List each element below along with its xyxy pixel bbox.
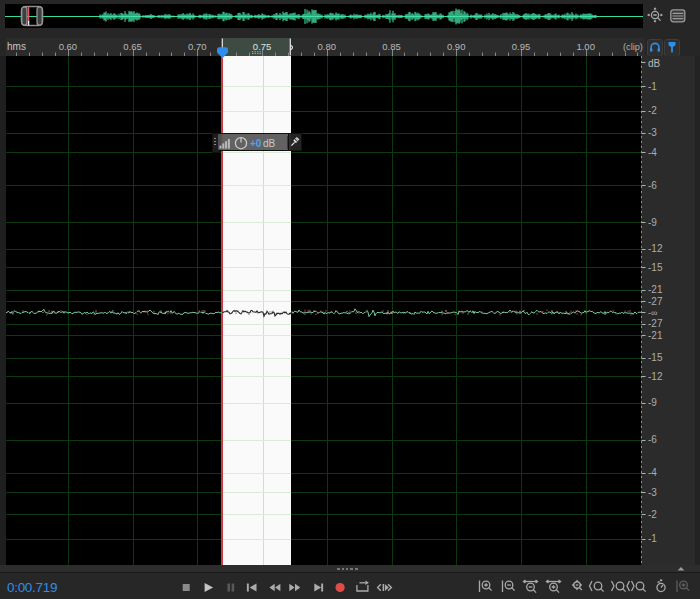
svg-text:hms: hms — [7, 41, 26, 52]
svg-text:-15: -15 — [648, 262, 663, 273]
svg-text:-27: -27 — [648, 296, 663, 307]
svg-text:-1: -1 — [648, 533, 657, 544]
svg-text:-27: -27 — [648, 318, 663, 329]
svg-text:1.00: 1.00 — [576, 41, 595, 52]
svg-text:-4: -4 — [648, 147, 657, 158]
svg-text:-21: -21 — [648, 284, 663, 295]
svg-text:-4: -4 — [648, 467, 657, 478]
svg-text:dB: dB — [648, 58, 661, 69]
svg-text:-3: -3 — [648, 127, 657, 138]
svg-text:0.80: 0.80 — [318, 41, 337, 52]
svg-text:-9: -9 — [648, 397, 657, 408]
svg-text:(clip): (clip) — [623, 42, 643, 52]
svg-text:0.60: 0.60 — [59, 41, 78, 52]
svg-text:-1: -1 — [648, 81, 657, 92]
svg-text:-6: -6 — [648, 434, 657, 445]
svg-text:0.85: 0.85 — [382, 41, 401, 52]
svg-text:0.70: 0.70 — [188, 41, 207, 52]
svg-text:-12: -12 — [648, 371, 663, 382]
svg-text:-3: -3 — [648, 487, 657, 498]
svg-text:-15: -15 — [648, 352, 663, 363]
svg-text:-2: -2 — [648, 509, 657, 520]
svg-text:-9: -9 — [648, 217, 657, 228]
svg-text:0.90: 0.90 — [447, 41, 466, 52]
svg-text:-2: -2 — [648, 105, 657, 116]
svg-text:-∞: -∞ — [648, 308, 657, 318]
svg-text:-21: -21 — [648, 330, 663, 341]
svg-text:0.75: 0.75 — [253, 41, 272, 52]
svg-text:-6: -6 — [648, 180, 657, 191]
svg-text:0.65: 0.65 — [123, 41, 142, 52]
svg-text:0.95: 0.95 — [512, 41, 531, 52]
svg-text:-12: -12 — [648, 243, 663, 254]
